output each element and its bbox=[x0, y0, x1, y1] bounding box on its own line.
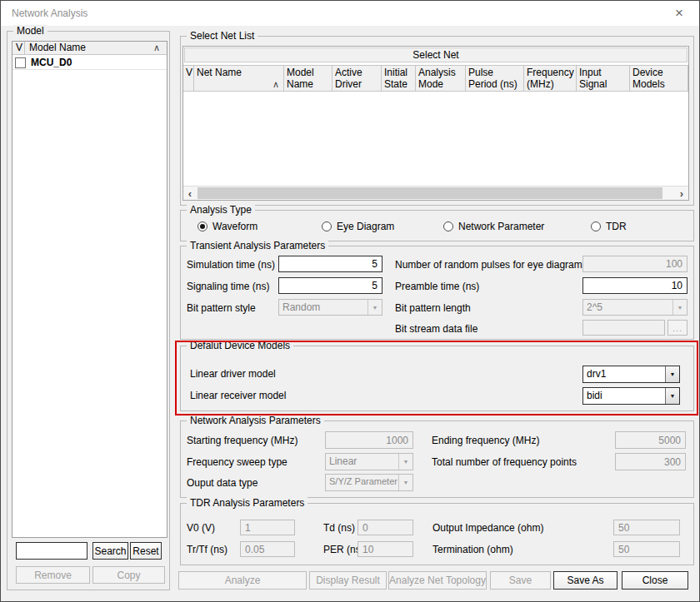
net-table-header: V Net Name ∧ Model Name Active Driver Pi… bbox=[183, 65, 688, 92]
chevron-down-icon: ▼ bbox=[368, 300, 382, 315]
transient-group-label: Transient Analysis Parameters bbox=[187, 240, 328, 251]
frequency-sweep-type-select: Linear ▼ bbox=[325, 453, 413, 470]
scrollbar-thumb[interactable] bbox=[198, 187, 662, 199]
radio-circle-icon bbox=[322, 221, 332, 231]
model-search-input[interactable] bbox=[16, 542, 88, 560]
radio-circle-icon bbox=[443, 221, 453, 231]
chevron-down-icon: ▼ bbox=[398, 454, 412, 470]
linear-receiver-value: bidi bbox=[583, 388, 665, 404]
bit-pattern-style-select: Random ▼ bbox=[278, 299, 382, 316]
title-bar: Network Analysis × bbox=[1, 1, 699, 26]
simulation-time-input[interactable] bbox=[278, 256, 382, 272]
net-column-header-pulse-period[interactable]: Pulse Period (ns) bbox=[466, 66, 524, 91]
preamble-time-label: Preamble time (ns) bbox=[395, 281, 479, 292]
browse-button: ... bbox=[668, 320, 688, 336]
radio-circle-icon bbox=[591, 221, 601, 231]
select-net-list-group-label: Select Net List bbox=[187, 30, 258, 42]
trtf-input bbox=[240, 541, 295, 557]
net-column-header-analysis-mode[interactable]: Analysis Mode bbox=[416, 66, 466, 91]
scroll-right-icon[interactable]: › bbox=[675, 187, 688, 200]
output-data-type-select: S/Y/Z Parameter ▼ bbox=[325, 474, 413, 491]
bit-pattern-style-label: Bit pattern style bbox=[187, 302, 256, 314]
model-name-column-header[interactable]: Model Name bbox=[29, 42, 86, 54]
remove-button: Remove bbox=[16, 566, 90, 584]
display-result-button: Display Result bbox=[309, 571, 387, 590]
window-title: Network Analysis bbox=[12, 7, 88, 19]
bit-stream-file-label: Bit stream data file bbox=[395, 323, 478, 335]
starting-frequency-label: Starting frequency (MHz) bbox=[187, 435, 298, 446]
tdr-group-label: TDR Analysis Parameters bbox=[187, 497, 308, 509]
network-analysis-dialog: Network Analysis × Model V Model Name ∧ … bbox=[0, 0, 700, 602]
total-frequency-points-input bbox=[615, 453, 686, 470]
net-column-header-initial-state[interactable]: Initial State bbox=[382, 66, 416, 91]
termination-label: Termination (ohm) bbox=[432, 544, 513, 555]
simulation-time-label: Simulation time (ns) bbox=[187, 259, 275, 271]
radio-circle-icon bbox=[198, 221, 208, 231]
linear-driver-select[interactable]: drv1 ▼ bbox=[582, 366, 680, 383]
net-column-header-input-signal[interactable]: Input Signal bbox=[577, 66, 630, 91]
signaling-time-label: Signaling time (ns) bbox=[187, 281, 269, 292]
model-check-column-header[interactable]: V bbox=[12, 42, 25, 54]
close-dialog-button[interactable]: Close bbox=[622, 571, 688, 590]
net-column-header-check[interactable]: V bbox=[183, 66, 194, 91]
v0-label: V0 (V) bbox=[187, 522, 215, 534]
net-column-header-device-models[interactable]: Device Models bbox=[630, 66, 688, 91]
net-column-header-model-name[interactable]: Model Name bbox=[284, 66, 332, 91]
model-list-row[interactable]: MCU_D0 bbox=[12, 56, 167, 70]
analysis-type-group-label: Analysis Type bbox=[187, 204, 255, 216]
td-input bbox=[358, 520, 413, 535]
model-row-checkbox[interactable] bbox=[15, 57, 26, 68]
v0-input bbox=[240, 520, 295, 535]
model-row-name: MCU_D0 bbox=[31, 57, 72, 68]
radio-waveform[interactable]: Waveform bbox=[198, 221, 258, 232]
net-column-header-frequency[interactable]: Frequency (MHz) bbox=[524, 66, 577, 91]
radio-network-parameter[interactable]: Network Parameter bbox=[443, 221, 544, 232]
net-table-body bbox=[183, 92, 688, 185]
radio-eye-diagram-label: Eye Diagram bbox=[337, 221, 394, 232]
net-column-header-net-name[interactable]: Net Name ∧ bbox=[194, 66, 284, 91]
bit-stream-file-input bbox=[582, 320, 665, 336]
close-icon[interactable]: × bbox=[666, 2, 692, 24]
linear-driver-label: Linear driver model bbox=[190, 368, 276, 380]
scroll-left-icon[interactable]: ‹ bbox=[183, 187, 197, 200]
trtf-label: Tr/Tf (ns) bbox=[187, 544, 228, 555]
model-list: V Model Name ∧ MCU_D0 bbox=[12, 41, 168, 538]
net-column-header-active-driver-pin[interactable]: Active Driver Pin bbox=[332, 66, 382, 91]
ending-frequency-label: Ending frequency (MHz) bbox=[432, 435, 539, 446]
chevron-down-icon: ▼ bbox=[665, 366, 679, 382]
preamble-time-input[interactable] bbox=[582, 277, 688, 294]
sort-asc-icon: ∧ bbox=[153, 42, 160, 54]
linear-driver-value: drv1 bbox=[583, 366, 665, 382]
linear-receiver-select[interactable]: bidi ▼ bbox=[582, 387, 680, 405]
search-button[interactable]: Search bbox=[92, 542, 128, 560]
radio-waveform-label: Waveform bbox=[212, 221, 258, 232]
save-button: Save bbox=[490, 571, 551, 590]
select-net-button[interactable]: Select Net bbox=[184, 47, 688, 62]
chevron-down-icon: ▼ bbox=[398, 475, 412, 490]
net-horizontal-scrollbar[interactable]: ‹ › bbox=[183, 186, 688, 200]
save-as-button[interactable]: Save As bbox=[553, 571, 618, 590]
starting-frequency-input bbox=[325, 431, 413, 449]
per-input bbox=[358, 541, 413, 557]
analyze-net-topology-button: Analyze Net Topology bbox=[388, 571, 487, 590]
linear-receiver-label: Linear receiver model bbox=[190, 390, 286, 401]
radio-network-parameter-label: Network Parameter bbox=[458, 221, 544, 232]
total-frequency-points-label: Total number of frequency points bbox=[432, 456, 577, 468]
reset-button[interactable]: Reset bbox=[130, 542, 162, 560]
net-name-header-label: Net Name bbox=[197, 67, 242, 78]
net-table: Select Net V Net Name ∧ Model Name Activ… bbox=[182, 46, 689, 201]
frequency-sweep-type-label: Frequency sweep type bbox=[187, 456, 288, 468]
model-list-header: V Model Name ∧ bbox=[12, 42, 167, 55]
output-data-type-label: Ouput data type bbox=[187, 477, 258, 489]
analyze-button: Analyze bbox=[178, 571, 307, 590]
signaling-time-input[interactable] bbox=[278, 277, 382, 294]
sort-asc-icon: ∧ bbox=[272, 78, 279, 90]
network-params-group-label: Network Analysis Parameters bbox=[187, 415, 324, 426]
radio-tdr[interactable]: TDR bbox=[591, 221, 627, 232]
radio-tdr-label: TDR bbox=[606, 221, 627, 232]
output-impedance-input bbox=[613, 520, 680, 535]
output-data-type-value: S/Y/Z Parameter bbox=[326, 475, 398, 490]
bit-pattern-length-label: Bit pattern length bbox=[395, 302, 471, 314]
radio-eye-diagram[interactable]: Eye Diagram bbox=[322, 221, 394, 232]
chevron-down-icon: ▼ bbox=[665, 388, 679, 404]
